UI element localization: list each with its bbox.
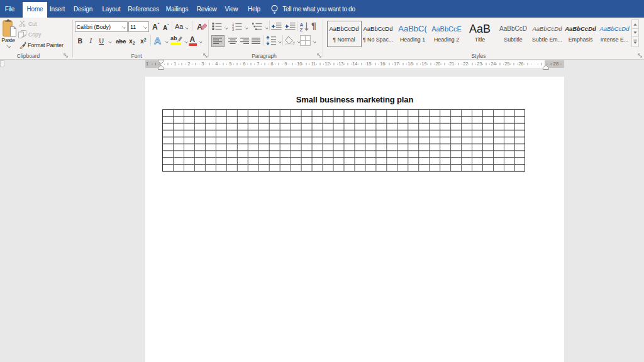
svg-text:ab: ab [170, 35, 177, 41]
svg-text:Z: Z [300, 27, 303, 32]
svg-text:A: A [190, 35, 196, 44]
svg-text:3: 3 [232, 28, 234, 31]
svg-text:A: A [154, 35, 161, 45]
